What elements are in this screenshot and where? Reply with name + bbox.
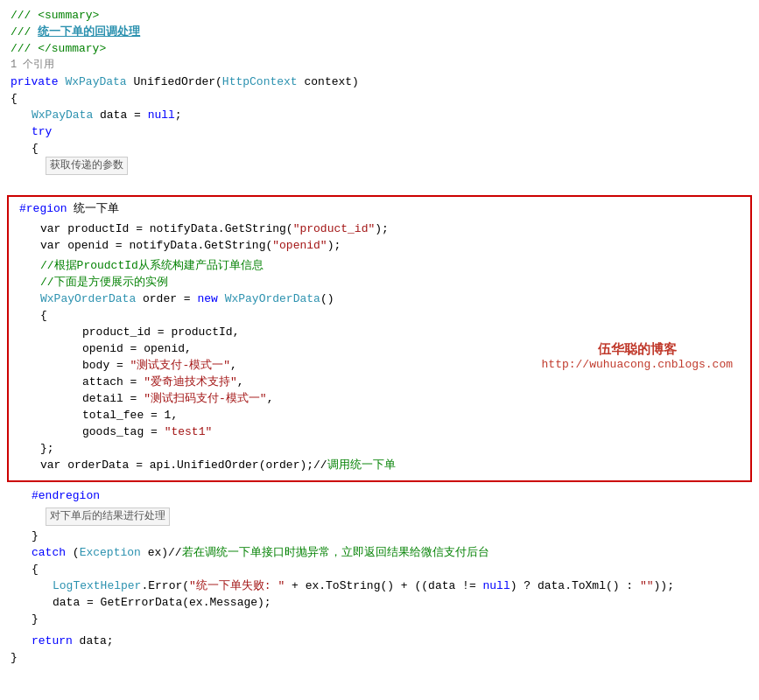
- get-params-label: 获取传递的参数: [46, 157, 128, 175]
- return-line: return data;: [0, 633, 759, 649]
- result-label-line: 对下单后的结果进行处理: [0, 508, 759, 528]
- line-8: try: [0, 123, 759, 140]
- final-close-brace-line: }: [0, 649, 759, 666]
- line-1: /// <summary>: [0, 7, 759, 24]
- line-5: private WxPayData UnifiedOrder(HttpConte…: [0, 74, 759, 90]
- order-data-line: var orderData = api.UnifiedOrder(order);…: [16, 457, 743, 473]
- comment1-line: //根据ProudctId从系统构建产品订单信息: [16, 257, 743, 274]
- detail-line: detail = "测试扫码支付-模式一",: [16, 390, 743, 407]
- total-fee-line: total_fee = 1,: [16, 407, 743, 424]
- result-label: 对下单后的结果进行处理: [46, 508, 170, 526]
- line-7: WxPayData data = null;: [0, 107, 759, 123]
- endregion-line: #endregion: [0, 487, 759, 504]
- catch-line: catch (Exception ex)//若在调统一下单接口时抛异常，立即返回…: [0, 544, 759, 561]
- order-new-line: WxPayOrderData order = new WxPayOrderDat…: [16, 290, 743, 307]
- line-3: /// </summary>: [0, 40, 759, 57]
- product-id-assign-line: product_id = productId,: [16, 324, 743, 340]
- product-id-line: var productId = notifyData.GetString("pr…: [16, 220, 743, 237]
- body-line: body = "测试支付-模式一",: [16, 357, 743, 374]
- line-4: 1 个引用: [0, 57, 759, 74]
- goods-tag-line: goods_tag = "test1": [16, 424, 743, 440]
- catch-open-line: {: [0, 561, 759, 578]
- comment2-line: //下面是方便展示的实例: [16, 274, 743, 290]
- catch-close-line: }: [0, 611, 759, 627]
- line-2: /// 统一下单的回调处理: [0, 24, 759, 40]
- get-error-data-line: data = GetErrorData(ex.Message);: [0, 594, 759, 611]
- open-brace-line: {: [16, 307, 743, 324]
- code-editor: /// <summary> /// 统一下单的回调处理 /// </summar…: [0, 0, 759, 700]
- log-error-line: LogTextHelper.Error("统一下单失败: " + ex.ToSt…: [0, 578, 759, 594]
- unified-order-region-box: #region 统一下单 var productId = notifyData.…: [7, 195, 752, 482]
- line-9: {: [0, 140, 759, 157]
- attach-line: attach = "爱奇迪技术支持",: [16, 374, 743, 390]
- get-params-label-line: 获取传递的参数: [0, 157, 759, 177]
- line-6: {: [0, 90, 759, 107]
- region-line: #region 统一下单: [16, 200, 743, 217]
- openid-line: var openid = notifyData.GetString("openi…: [16, 237, 743, 254]
- blank-before-box: [0, 177, 759, 193]
- close-brace-line: };: [16, 440, 743, 457]
- close-try-line: }: [0, 528, 759, 544]
- openid-assign-line: openid = openid,: [16, 340, 743, 357]
